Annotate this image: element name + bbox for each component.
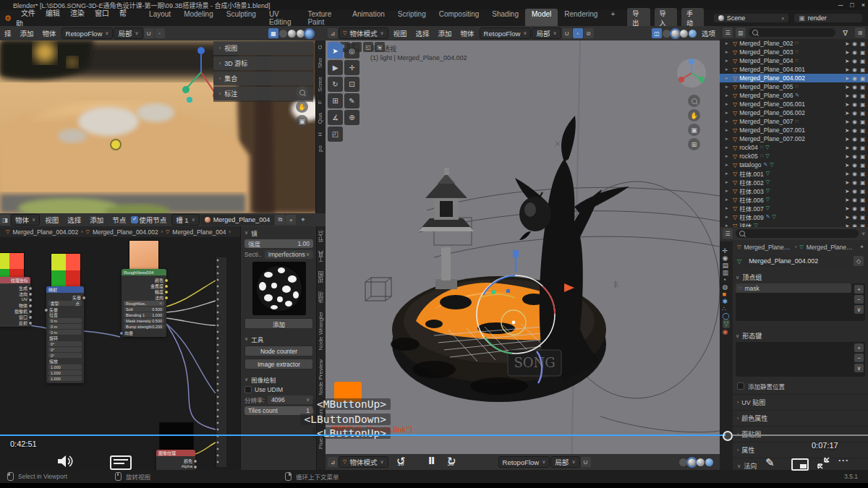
selectable-icon[interactable]: ➤ [845, 136, 849, 142]
viewport-menu[interactable]: 视图 [389, 28, 412, 38]
camera-view-icon[interactable]: ▣ [688, 124, 700, 136]
shading-solid-icon[interactable] [288, 30, 296, 38]
ortho-toggle-icon[interactable]: ⊞ [688, 138, 700, 150]
tool-button[interactable]: ▶ [328, 60, 343, 75]
hide-eye-icon[interactable]: ◉ [852, 101, 857, 108]
strength-slider[interactable]: 强度1.00 [244, 239, 313, 248]
node-menu[interactable]: 选择 [63, 215, 85, 225]
selectable-icon[interactable]: ➤ [845, 49, 849, 56]
workspace-tab[interactable]: Rendering [558, 9, 604, 27]
outliner-row[interactable]: ▸ ▽ Merged_Plane_005 ∷ ✎ ▽ ➤ ◉ ▣ [720, 82, 868, 91]
loc-z[interactable]: 0 m [48, 330, 82, 335]
workspace-tab[interactable]: UV Editing [263, 9, 302, 27]
selectable-icon[interactable]: ➤ [845, 162, 849, 168]
scale-x[interactable]: 1.000 [48, 364, 82, 369]
blender-logo-icon[interactable]: ⚙ [4, 14, 12, 23]
workspace-tab[interactable]: Shading [485, 9, 525, 27]
render-visibility-icon[interactable]: ▣ [860, 93, 865, 99]
selectable-icon[interactable]: ➤ [845, 84, 849, 90]
captions-icon[interactable] [110, 455, 132, 470]
editor-type-icon[interactable]: ⊿ [328, 457, 338, 467]
vertex-groups-header[interactable]: ∨顶点组 [736, 273, 865, 282]
outliner-row[interactable]: ▸ ▽ Merged_Plane_007.002 ∷ ✎ ▽ ➤ ◉ ▣ [720, 134, 868, 143]
collapsed-panel[interactable]: ›颜色属性 [733, 410, 868, 426]
menu-item[interactable]: 文件 [16, 9, 41, 17]
hide-eye-icon[interactable]: ◉ [852, 205, 857, 212]
pan-hand-icon[interactable]: ✋ [688, 109, 700, 121]
hide-eye-icon[interactable]: ◉ [852, 145, 857, 151]
selectable-icon[interactable]: ➤ [845, 75, 849, 82]
outliner-row[interactable]: ▸ ▽ 柱体.002 ∷ ✎ ▽ ➤ ◉ ▣ [720, 178, 868, 187]
mesh-name-field[interactable]: Merged_Plane_004.002 [744, 255, 851, 267]
video-progress-played[interactable] [0, 435, 726, 436]
image-texture-node[interactable]: 图像纹理 颜色Alpha [156, 450, 195, 470]
zoom-icon[interactable] [688, 95, 700, 107]
outliner-row[interactable]: ▸ ▽ 柱体.003 ∷ ✎ ▽ ➤ ◉ ▣ [720, 187, 868, 195]
shading-material-icon[interactable] [697, 458, 705, 466]
forward-30-button[interactable]: ↻30 [447, 455, 462, 468]
outliner-row[interactable]: ▸ ▽ Merged_Plane_004.001 ∷ ✎ ▽ ➤ ◉ ▣ [720, 65, 868, 74]
hide-eye-icon[interactable]: ◉ [852, 84, 857, 90]
property-tab-icon[interactable]: ∴ [723, 305, 731, 312]
viewport-menu[interactable]: 添加 [16, 28, 38, 38]
property-tab-icon[interactable]: ■ [723, 291, 731, 298]
selectable-icon[interactable]: ➤ [845, 145, 849, 151]
viewport-menu[interactable]: 择 [0, 28, 16, 38]
slot-dropdown[interactable]: 槽 1∨ [171, 214, 200, 226]
shading-rendered-icon[interactable] [689, 30, 697, 38]
node-menu[interactable]: 添加 [85, 215, 108, 225]
pan-hand-icon[interactable]: ✋ [296, 100, 308, 113]
outliner-row[interactable]: ▸ ▽ Merged_Plane_007 ∷ ✎ ▽ ➤ ◉ ▣ [720, 117, 868, 126]
selectable-icon[interactable]: ➤ [845, 179, 849, 186]
snap-magnet-icon[interactable]: U [581, 457, 591, 467]
imperfection-sphere-preview[interactable] [252, 262, 306, 315]
workspace-tab[interactable]: Animation [346, 9, 391, 27]
render-visibility-icon[interactable]: ▣ [860, 136, 865, 142]
gizmo-icon[interactable]: ⊘ [584, 28, 594, 38]
orientation-dropdown[interactable]: 局部∨ [532, 27, 561, 39]
render-visibility-icon[interactable]: ▣ [860, 40, 865, 47]
editor-type-icon[interactable]: ⊿ [328, 28, 338, 38]
collapsed-panel[interactable]: ›UV 贴图 [733, 394, 868, 410]
sidebar-tab[interactable]: F [316, 96, 324, 108]
shading-wireframe-icon[interactable] [663, 30, 671, 38]
outliner-row[interactable]: ▸ ▽ 球体 ∷ ✎ ▽ ➤ ◉ ▣ [720, 221, 868, 227]
hide-eye-icon[interactable]: ◉ [852, 110, 857, 116]
render-visibility-icon[interactable]: ▣ [860, 153, 865, 160]
vgroup-specials-button[interactable]: ∨ [854, 305, 864, 314]
new-material-icon[interactable]: ⧉ [275, 215, 285, 225]
viewport-menu[interactable]: 选择 [412, 28, 434, 38]
selectable-icon[interactable]: ➤ [845, 197, 849, 203]
tool-button[interactable]: ⊕ [344, 110, 359, 125]
workspace-tab[interactable]: Texture Paint [301, 9, 346, 27]
retopoflow-menu[interactable]: RetopoFlow∨ [61, 27, 114, 39]
property-tab-icon[interactable]: ◉ [723, 254, 731, 262]
tool-button[interactable]: ∡ [328, 110, 343, 125]
render-visibility-icon[interactable]: ▣ [860, 145, 865, 151]
hide-eye-icon[interactable]: ◉ [852, 162, 857, 168]
node-value-field[interactable]: Bump strength0.200 [124, 324, 164, 329]
mapping-node[interactable]: 映射 矢量 类型:点 矢量 位置 0 m 0 m 0 m 旋转 0° 0° 0°… [46, 286, 84, 383]
render-visibility-icon[interactable]: ▣ [860, 205, 865, 212]
left-3d-viewport[interactable]: 择添加物体 RetopoFlow∨ 局部∨ U ◦ ▦ ›视图 ›3D 游标 [0, 26, 326, 213]
node-menu[interactable]: 视图 [41, 215, 63, 225]
rot-y[interactable]: 0° [48, 347, 82, 352]
tools-section-header[interactable]: ∨工具 [244, 335, 313, 343]
loc-x[interactable]: 0 m [48, 318, 82, 323]
export-button[interactable]: 导出 [627, 8, 650, 28]
outliner-row[interactable]: ▸ ▽ 柱体.006 ∷ ✎ ▽ ➤ ◉ ▣ [720, 195, 868, 204]
shading-material-icon[interactable] [680, 30, 688, 38]
selectable-icon[interactable]: ➤ [845, 101, 849, 108]
node-output[interactable]: 反射 [0, 320, 30, 325]
render-visibility-icon[interactable]: ▣ [860, 110, 865, 116]
pin-icon[interactable]: ⌖ [297, 215, 309, 224]
scale-z[interactable]: 1.000 [48, 376, 82, 381]
sidebar-tab[interactable]: 选项 [317, 287, 326, 307]
workspace-tab[interactable]: Model [525, 9, 558, 27]
menu-item[interactable]: 窗口 [90, 9, 114, 17]
tool-button[interactable]: ⊡ [344, 77, 359, 92]
snap-magnet-icon[interactable]: U [562, 28, 572, 38]
sidebar-tab[interactable]: G [316, 40, 324, 53]
outliner-row[interactable]: ▸ ▽ rock04 ∷ ✎ ▽ ➤ ◉ ▣ [720, 143, 868, 152]
display-mode-icon[interactable]: ☰ [723, 27, 733, 38]
